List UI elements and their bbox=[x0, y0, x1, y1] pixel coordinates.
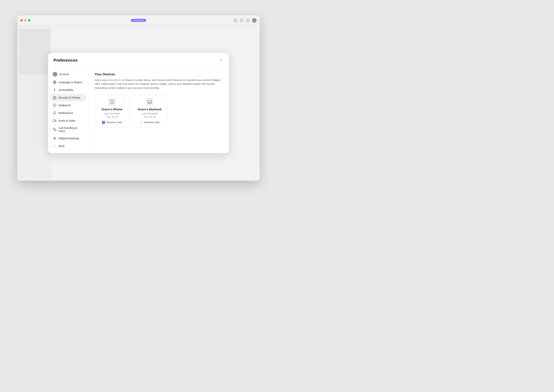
device-macbook-receive-calls-row: Receive Calls bbox=[140, 121, 159, 124]
title-bar-center: Preferences bbox=[131, 19, 146, 22]
camera-icon bbox=[53, 119, 57, 123]
modal-overlay: Preferences × Account bbox=[17, 25, 260, 181]
device-card-macbook: ⋮ Grace's Macbook Last connected bbox=[132, 95, 167, 127]
device-iphone-receive-calls-checkbox[interactable] bbox=[102, 121, 105, 124]
preferences-modal: Preferences × Account bbox=[48, 53, 229, 153]
svg-rect-16 bbox=[148, 100, 151, 103]
close-button[interactable]: × bbox=[218, 58, 223, 63]
device-macbook-receive-calls-checkbox[interactable] bbox=[140, 121, 143, 124]
svg-point-4 bbox=[53, 104, 56, 107]
sidebar-item-accessibility[interactable]: Accessibility bbox=[50, 86, 86, 94]
app-window: Preferences Preferen bbox=[17, 15, 260, 181]
macbook-icon bbox=[146, 98, 153, 106]
nav-sidebar: Account Language & Region bbox=[48, 67, 88, 153]
user-avatar-title-bar bbox=[252, 18, 257, 23]
app-body: Preferences × Account bbox=[17, 25, 260, 181]
svg-point-13 bbox=[55, 146, 56, 146]
sidebar-item-call-handling-label: Call Handling & Voice bbox=[58, 126, 84, 133]
traffic-lights bbox=[20, 19, 30, 21]
meetings-icon bbox=[53, 136, 57, 140]
sidebar-item-more-label: More bbox=[58, 145, 65, 147]
sidebar-item-security[interactable]: Security & Privacy bbox=[50, 94, 86, 101]
maximize-traffic-light[interactable] bbox=[28, 19, 30, 21]
devices-grid: ⋮ Grace's iPhone Last connected bbox=[95, 95, 223, 127]
device-iphone-menu-button[interactable]: ⋮ bbox=[122, 97, 127, 101]
sidebar-item-accessibility-label: Accessibility bbox=[58, 88, 73, 91]
modal-title: Preferences bbox=[53, 58, 78, 63]
minimize-traffic-light[interactable] bbox=[24, 19, 27, 21]
svg-rect-14 bbox=[111, 100, 113, 104]
device-iphone-receive-calls-row: Receive Calls bbox=[102, 121, 122, 124]
sidebar-item-security-label: Security & Privacy bbox=[58, 96, 80, 99]
sidebar-item-language[interactable]: Language & Region bbox=[50, 79, 86, 86]
sidebar-item-language-label: Language & Region bbox=[58, 81, 82, 84]
more-icon bbox=[53, 144, 57, 148]
avatar-icon bbox=[53, 72, 57, 77]
device-macbook-menu-button[interactable]: ⋮ bbox=[159, 97, 165, 101]
sidebar-item-audio-video-label: Audio & Video bbox=[58, 119, 75, 122]
modal-body: Account Language & Region bbox=[48, 67, 229, 153]
section-title: Your Devices bbox=[95, 72, 223, 76]
device-iphone-last-connected: Last connected Tue, Jul 19 bbox=[104, 112, 120, 119]
sidebar-item-account-label: Account bbox=[59, 73, 69, 76]
content-area: Your Devices Add a new desk phone or for… bbox=[88, 67, 229, 153]
sidebar-item-more[interactable]: More bbox=[50, 142, 86, 150]
device-macbook-last-connected: Last connected Tue, Jul 19 bbox=[142, 112, 157, 119]
title-bar: Preferences bbox=[17, 15, 260, 25]
ai-icon bbox=[53, 103, 57, 107]
phone-wave-icon bbox=[53, 128, 57, 132]
sidebar-item-dialpad-ai[interactable]: Dialpad Ai bbox=[50, 102, 86, 109]
lock-icon bbox=[53, 96, 57, 99]
accessibility-icon bbox=[53, 88, 57, 92]
bell-icon bbox=[53, 111, 57, 115]
svg-point-2 bbox=[54, 88, 55, 89]
device-card-iphone: ⋮ Grace's iPhone Last connected bbox=[95, 95, 129, 127]
close-traffic-light[interactable] bbox=[20, 19, 23, 21]
device-iphone-name: Grace's iPhone bbox=[101, 108, 122, 111]
modal-header: Preferences × bbox=[48, 53, 229, 67]
svg-point-11 bbox=[53, 146, 54, 146]
device-macbook-receive-calls-label: Receive Calls bbox=[144, 121, 159, 124]
app-pill: Preferences bbox=[131, 19, 146, 22]
language-icon bbox=[53, 80, 57, 84]
device-macbook-name: Grace's Macbook bbox=[138, 108, 162, 111]
sidebar-item-audio-video[interactable]: Audio & Video bbox=[50, 117, 86, 124]
svg-point-10 bbox=[54, 138, 55, 139]
sidebar-item-notifications-label: Notifications bbox=[58, 112, 73, 114]
sidebar-item-notifications[interactable]: Notifications bbox=[50, 109, 86, 117]
toolbar-icon-3 bbox=[246, 18, 250, 22]
sidebar-item-call-handling[interactable]: Call Handling & Voice bbox=[50, 125, 86, 134]
svg-point-12 bbox=[54, 146, 55, 146]
svg-marker-7 bbox=[55, 120, 56, 121]
desk-phone-link[interactable]: desk phone bbox=[108, 79, 121, 82]
desc-before-link: Add a new bbox=[95, 79, 108, 82]
title-bar-icons bbox=[234, 18, 257, 23]
svg-rect-3 bbox=[53, 98, 56, 99]
sidebar-item-dialpad-meetings[interactable]: Dialpad Meetings bbox=[50, 135, 86, 142]
toolbar-icon-1 bbox=[234, 18, 237, 22]
sidebar-item-dialpad-ai-label: Dialpad Ai bbox=[58, 104, 71, 107]
toolbar-icon-2 bbox=[240, 18, 244, 22]
svg-point-9 bbox=[54, 137, 56, 139]
sidebar-item-account[interactable]: Account bbox=[50, 70, 86, 78]
device-iphone-receive-calls-label: Receive Calls bbox=[107, 121, 122, 124]
svg-rect-8 bbox=[53, 119, 55, 122]
iphone-icon bbox=[108, 98, 116, 106]
sidebar-item-dialpad-meetings-label: Dialpad Meetings bbox=[58, 137, 79, 140]
section-description: Add a new desk phone or forward number b… bbox=[95, 78, 223, 90]
